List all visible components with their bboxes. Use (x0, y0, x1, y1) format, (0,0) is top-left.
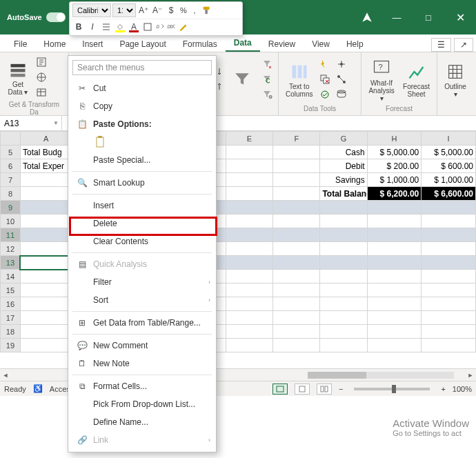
cell[interactable]: $ 1,000.00 (367, 173, 422, 187)
align-button[interactable] (100, 21, 112, 33)
scroll-right-icon[interactable]: ► (465, 372, 476, 379)
row-header[interactable]: 16 (1, 297, 21, 311)
whatif-button[interactable]: ? What-If Analysis ▾ (366, 56, 397, 103)
cell[interactable] (20, 256, 71, 270)
cell[interactable] (367, 242, 422, 256)
cell[interactable] (20, 283, 71, 297)
outline-button[interactable]: Outline ▾ (442, 59, 469, 99)
cell[interactable] (422, 297, 476, 311)
borders-button[interactable] (141, 21, 154, 33)
cell[interactable] (273, 187, 320, 201)
tab-review[interactable]: Review (260, 37, 304, 52)
menu-sort[interactable]: Sort › (68, 291, 216, 309)
cell[interactable] (226, 187, 272, 201)
cell[interactable] (367, 339, 422, 352)
name-box-dropdown-icon[interactable]: ▼ (53, 120, 59, 126)
cell[interactable] (226, 242, 272, 256)
cell[interactable] (20, 215, 71, 228)
cell[interactable]: $ 200.00 (367, 159, 422, 173)
cell[interactable] (422, 256, 476, 270)
col-header-F[interactable]: F (273, 132, 320, 146)
row-header[interactable]: 6 (1, 159, 21, 173)
forecast-sheet-button[interactable]: Forecast Sheet (400, 59, 433, 99)
cell[interactable] (20, 270, 71, 283)
cell[interactable] (367, 283, 422, 297)
italic-button[interactable]: I (86, 21, 99, 33)
cell[interactable] (422, 325, 476, 339)
cell[interactable] (320, 228, 367, 242)
scroll-thumb[interactable] (308, 372, 366, 379)
comments-button[interactable]: ☰ (431, 38, 451, 52)
comma-format-icon[interactable]: , (190, 4, 199, 17)
from-table-icon[interactable] (34, 86, 48, 99)
menu-new-comment[interactable]: 💬 New Comment (68, 337, 216, 355)
cell[interactable] (273, 325, 320, 339)
percent-format-icon[interactable]: % (179, 4, 188, 17)
cell[interactable] (367, 215, 422, 228)
cell[interactable] (273, 228, 320, 242)
cell[interactable] (320, 297, 367, 311)
row-header[interactable]: 15 (1, 283, 21, 297)
font-family-select[interactable]: Calibri (72, 3, 111, 17)
cell[interactable] (320, 283, 367, 297)
cell[interactable]: $ 6,200.00 (367, 187, 422, 201)
cell[interactable]: Debit (320, 159, 367, 173)
row-header[interactable]: 14 (1, 270, 21, 283)
consolidate-icon[interactable] (335, 57, 348, 71)
cell[interactable] (320, 242, 367, 256)
cell[interactable] (273, 173, 320, 187)
tab-view[interactable]: View (304, 37, 338, 52)
col-header-A[interactable]: A (20, 132, 71, 146)
row-header[interactable]: 19 (1, 339, 21, 352)
cell[interactable] (226, 173, 272, 187)
cell[interactable] (226, 270, 272, 283)
cell[interactable] (273, 242, 320, 256)
row-header[interactable]: 5 (1, 146, 21, 159)
tab-data[interactable]: Data (226, 35, 260, 52)
menu-define-name[interactable]: Define Name... (68, 413, 216, 431)
page-break-view-button[interactable] (317, 384, 332, 395)
cell[interactable] (226, 283, 272, 297)
col-header-G[interactable]: G (320, 132, 367, 146)
cell[interactable] (20, 325, 71, 339)
accessibility-icon[interactable]: ♿ (33, 384, 43, 393)
format-brush-icon[interactable] (177, 21, 190, 33)
cell[interactable] (273, 339, 320, 352)
cell[interactable] (226, 256, 272, 270)
col-header-E[interactable]: E (226, 132, 272, 146)
cell[interactable]: $ 600.00 (422, 159, 476, 173)
menu-paste-special[interactable]: Paste Special... (68, 151, 216, 169)
cell[interactable] (20, 339, 71, 352)
data-validation-icon[interactable] (318, 88, 332, 101)
increase-decimal-icon[interactable]: .0 (155, 21, 165, 33)
cell[interactable] (20, 173, 71, 187)
cell[interactable] (422, 339, 476, 352)
cell[interactable] (367, 201, 422, 215)
cell[interactable] (273, 215, 320, 228)
remove-dup-icon[interactable] (318, 72, 332, 86)
row-header[interactable]: 18 (1, 325, 21, 339)
cell[interactable] (273, 159, 320, 173)
cell[interactable]: $ 1,000.00 (422, 173, 476, 187)
tab-home[interactable]: Home (35, 37, 74, 52)
menu-clear-contents[interactable]: Clear Contents (68, 232, 216, 250)
col-header-I[interactable]: I (422, 132, 476, 146)
row-header[interactable]: 12 (1, 242, 21, 256)
name-box[interactable]: A13 ▼ (0, 116, 62, 130)
page-layout-view-button[interactable] (295, 384, 310, 395)
menu-format-cells[interactable]: ⧉ Format Cells... (68, 377, 216, 395)
tab-formulas[interactable]: Formulas (175, 37, 226, 52)
cell[interactable] (226, 159, 272, 173)
cell[interactable]: $ 6,600.00 (422, 187, 476, 201)
row-header[interactable]: 7 (1, 173, 21, 187)
menu-paste-default[interactable] (68, 133, 216, 151)
share-button[interactable]: ↗ (454, 38, 473, 52)
text-to-columns-button[interactable]: Text to Columns (283, 59, 315, 99)
cell[interactable] (367, 228, 422, 242)
menu-get-data[interactable]: ⊞ Get Data from Table/Range... (68, 314, 216, 332)
cell[interactable] (20, 311, 71, 325)
cell[interactable] (20, 201, 71, 215)
zoom-in-button[interactable]: + (441, 385, 445, 393)
cell[interactable] (422, 283, 476, 297)
accounting-format-icon[interactable]: $ (165, 4, 177, 17)
